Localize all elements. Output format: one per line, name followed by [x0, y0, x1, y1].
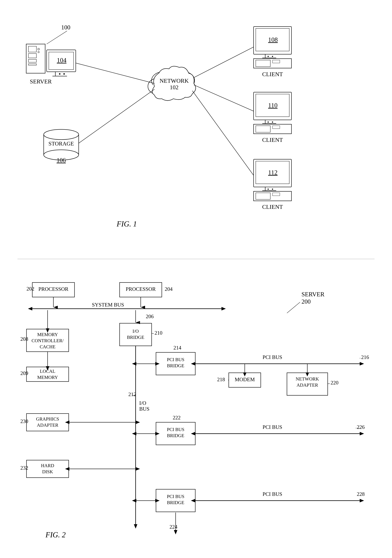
graphics-adapter-box: [26, 414, 69, 431]
netadapter-pci-arrow: [306, 373, 309, 376]
fig1-diagram: 100 104 SERVER: [17, 12, 375, 259]
pci-bridge-222-text1: PCI BUS: [167, 427, 184, 432]
ref-214-label: 214: [173, 345, 181, 351]
svg-point-49: [272, 189, 273, 190]
ref-228-label: 228: [357, 491, 365, 497]
pci-bridge-224-text1: PCI BUS: [167, 494, 184, 499]
svg-point-10: [59, 73, 60, 75]
graphics-text1: GRAPHICS: [36, 416, 59, 422]
svg-rect-4: [28, 64, 36, 65]
ref-200-arrow: [287, 302, 300, 313]
network-client110-line: [194, 85, 254, 111]
svg-point-27: [272, 56, 273, 57]
storage-network-line: [79, 89, 154, 143]
ref-220-label: 220: [331, 380, 339, 386]
processor-204-text: PROCESSOR: [126, 286, 156, 292]
io-bridge-text1: I/O: [133, 329, 139, 334]
iobus-pci224-arrow-right: [155, 499, 160, 502]
ref-232-label: 232: [20, 465, 28, 471]
iobus-harddisk-arrow-right: [136, 467, 140, 471]
svg-point-6: [38, 52, 39, 53]
client-110: 110 CLIENT: [254, 92, 291, 143]
system-bus-arrow-right: [222, 307, 226, 310]
ref-206-label: 206: [146, 314, 154, 319]
svg-rect-1: [28, 46, 36, 52]
memory-text3: CACHE: [40, 344, 55, 349]
modem-pci-arrow: [243, 373, 247, 376]
svg-rect-41: [273, 126, 280, 129]
ref-200-label: 200: [301, 298, 311, 305]
server-network-line: [76, 63, 154, 83]
ref-104-label: 104: [57, 57, 66, 64]
ref-210-label: 210: [154, 330, 162, 336]
client-108: 108 CLIENT: [254, 26, 291, 78]
svg-text:CLIENT: CLIENT: [262, 71, 283, 78]
modem-218-text: MODEM: [235, 376, 255, 382]
network-adapter-text2: ADAPTER: [297, 382, 318, 388]
iobus-harddisk-arrow-left: [65, 467, 69, 471]
system-bus-arrow-left: [28, 307, 32, 310]
svg-point-48: [268, 189, 269, 190]
pci-bridge-214-text1: PCI BUS: [167, 357, 184, 362]
hard-disk-text1: HARD: [41, 463, 54, 468]
io-bus-label: I/O: [139, 400, 146, 406]
graphics-text2: ADAPTER: [37, 422, 58, 428]
local-memory-text2: MEMORY: [37, 375, 58, 380]
fig1-container: 100 104 SERVER: [17, 12, 375, 259]
io-bus-bottom-arrow: [134, 524, 137, 529]
network-client108-line: [194, 47, 254, 78]
pci-bus-226-arrow-right: [360, 432, 364, 436]
ref-202-label: 202: [26, 286, 34, 292]
io-bridge-text2: BRIDGE: [127, 335, 144, 340]
iobus-graphics-arrow-right: [136, 420, 140, 424]
ref-218-label: 218: [217, 376, 225, 382]
storage-top: [44, 129, 79, 140]
pci-bridge-214-text2: BRIDGE: [167, 363, 184, 368]
pci-bus-228-arrow-right: [360, 499, 364, 502]
ref-208-label: 208: [20, 336, 28, 342]
ref-224-label: 224: [170, 524, 177, 530]
server-200-label: SERVER: [301, 291, 324, 298]
ref-230-label: 230: [20, 418, 28, 424]
server-tower: [26, 44, 45, 73]
iobus-pci224-arrow-left: [132, 499, 136, 502]
pci-bus-228-arrow-left: [191, 499, 195, 502]
ref-102-label: 102: [170, 84, 179, 91]
hard-disk-box: [26, 460, 69, 478]
network-cloud: NETWORK 102: [148, 66, 196, 101]
fig2-diagram: SERVER 200 PROCESSOR 202 PROCESSOR 204 S…: [17, 268, 375, 545]
pci-bus-216-text: PCI BUS: [263, 354, 282, 360]
pci-bus-216-arrow-right: [360, 362, 364, 366]
svg-text:CLIENT: CLIENT: [262, 137, 283, 143]
svg-point-5: [38, 48, 39, 50]
system-bus-label: SYSTEM BUS: [92, 302, 124, 308]
iobus-pci222-arrow-left: [132, 432, 136, 436]
ref-212-label: 212: [128, 392, 136, 397]
svg-rect-40: [256, 126, 270, 132]
storage-text: STORAGE: [49, 140, 74, 147]
ref-204-label: 204: [165, 286, 173, 292]
svg-text:110: 110: [268, 102, 278, 109]
svg-text:112: 112: [268, 169, 278, 176]
fig1-title: FIG. 1: [117, 220, 137, 228]
ref-222-label: 222: [173, 415, 180, 420]
io-bus-label2: BUS: [139, 406, 149, 412]
ref-106-label: 106: [57, 157, 66, 164]
svg-rect-30: [273, 60, 280, 63]
pci-bus-226-arrow-left: [191, 432, 195, 436]
server-label: SERVER: [30, 78, 52, 85]
iobus-pci222-arrow-right: [155, 432, 160, 436]
svg-text:CLIENT: CLIENT: [262, 204, 283, 210]
processor-202-text: PROCESSOR: [38, 286, 68, 292]
svg-text:108: 108: [268, 36, 278, 43]
pci224-down-arrowhead: [174, 530, 177, 534]
network-adapter-text1: NETWORK: [296, 376, 319, 382]
svg-point-26: [268, 56, 269, 57]
svg-rect-3: [28, 59, 36, 62]
svg-point-38: [272, 122, 273, 122]
ref-226-label: 226: [357, 424, 365, 430]
memory-text2: CONTROLLER/: [32, 338, 64, 343]
svg-point-37: [268, 122, 269, 122]
network-label: NETWORK: [160, 78, 189, 84]
pci-bridge-222-text2: BRIDGE: [167, 433, 184, 438]
